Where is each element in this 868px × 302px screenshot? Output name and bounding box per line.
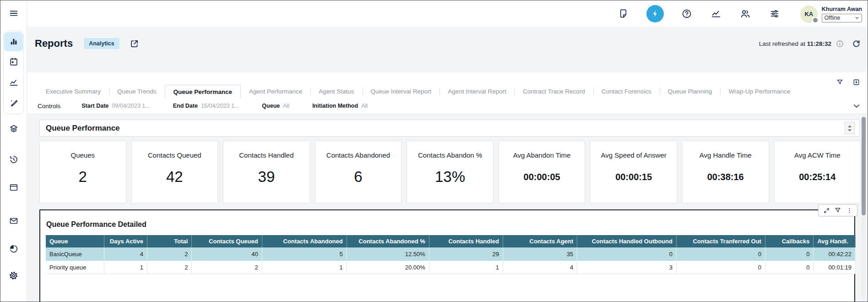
- detail-panel: Queue Performance Detailed QueueDays Act…: [39, 209, 855, 302]
- metric-card-contacts-handled: Contacts Handled39: [223, 141, 310, 203]
- filter-icon[interactable]: [836, 78, 844, 86]
- metric-card-avg-acw-time: Avg ACW Time00:25:14: [774, 141, 861, 203]
- brush-icon: [9, 98, 19, 108]
- chevron-down-icon[interactable]: [852, 101, 861, 110]
- column-header-contacts-queued[interactable]: Contacts Queued: [192, 235, 262, 247]
- metric-value: 00:38:16: [707, 172, 744, 182]
- column-header-callbacks[interactable]: Callbacks: [765, 235, 814, 247]
- tab-queue-performance[interactable]: Queue Performance: [165, 85, 241, 99]
- tab-agent-performance[interactable]: Agent Performance: [241, 85, 310, 98]
- help-icon[interactable]: [680, 7, 693, 20]
- column-header-contacts-agent[interactable]: Contacts Agent: [503, 235, 577, 247]
- tab-executive-summary[interactable]: Executive Summary: [38, 85, 109, 98]
- sidebar-item-trends[interactable]: [4, 72, 23, 93]
- column-header-contacts-abandoned[interactable]: Contacts Abandoned: [262, 235, 347, 247]
- preferences-icon[interactable]: [768, 7, 781, 20]
- table-row-basicqueue[interactable]: BasicQueue4240512.50%293500000:42:22: [46, 247, 856, 261]
- info-icon[interactable]: [835, 39, 844, 48]
- tab-agent-interval-report[interactable]: Agent Interval Report: [439, 85, 515, 98]
- section-header: Queue Performance: [39, 120, 860, 137]
- column-header-avg-handl[interactable]: Avg Handl.: [814, 235, 856, 247]
- expand-icon[interactable]: [821, 206, 831, 214]
- refresh-icon[interactable]: [852, 39, 861, 49]
- notes-icon[interactable]: [617, 7, 630, 20]
- column-header-total[interactable]: Total: [147, 235, 192, 247]
- control-end-date[interactable]: End Date15/04/2023 1...: [173, 103, 239, 109]
- table-header-row: QueueDays ActiveTotalContacts QueuedCont…: [46, 235, 856, 247]
- sidebar-item-mail[interactable]: [4, 212, 23, 230]
- control-initiation-method[interactable]: Initiation MethodAll: [312, 103, 368, 109]
- spin-up-icon[interactable]: [848, 125, 852, 127]
- metric-label: Avg ACW Time: [794, 151, 841, 159]
- table-cell: 2: [147, 261, 192, 274]
- control-value: 09/04/2023 1...: [112, 103, 150, 109]
- metric-label: Queues: [71, 151, 95, 159]
- tab-contact-forensics[interactable]: Contact Forensics: [593, 85, 660, 98]
- history-icon: [9, 154, 19, 165]
- table-cell: 4: [104, 247, 147, 261]
- column-header-contacts-abandoned[interactable]: Contacts Abandoned %: [347, 235, 429, 247]
- bar-chart-icon: [9, 37, 19, 47]
- table-cell: 5: [262, 247, 347, 261]
- column-header-contacts-handled-outbound[interactable]: Contacts Handled Outbound: [577, 235, 677, 247]
- metrics-icon[interactable]: [710, 7, 722, 20]
- tab-contract-trace-record[interactable]: Contract Trace Record: [515, 85, 593, 98]
- table-cell: 12.50%: [347, 247, 429, 261]
- tab-agent-status[interactable]: Agent Status: [310, 85, 362, 98]
- scrollbar-thumb[interactable]: [862, 117, 866, 215]
- metric-card-contacts-abandon: Contacts Abandon %13%: [407, 141, 494, 203]
- table-cell: 1: [262, 261, 347, 274]
- detail-title: Queue Performance Detailed: [46, 220, 854, 229]
- sidebar-item-layers[interactable]: [4, 120, 23, 138]
- flash-icon[interactable]: [646, 5, 664, 22]
- tab-queue-interval-report[interactable]: Queue Interval Report: [363, 85, 440, 98]
- table-row-priority-queue[interactable]: Priority queue122120.00%1430000:01:19: [46, 261, 856, 274]
- table-cell: 29: [429, 247, 503, 261]
- analytics-badge: Analytics: [84, 38, 119, 49]
- vertical-scrollbar[interactable]: [862, 117, 866, 302]
- filter-icon[interactable]: [833, 206, 843, 214]
- mail-icon: [9, 216, 19, 226]
- column-header-contacts-tranferred-out[interactable]: Contacts Tranferred Out: [677, 235, 765, 247]
- metric-value: 00:25:14: [799, 172, 835, 182]
- layers-icon: [9, 124, 19, 134]
- tab-queue-planning[interactable]: Queue Planning: [660, 85, 721, 98]
- control-start-date[interactable]: Start Date09/04/2023 1...: [81, 103, 150, 109]
- sidebar-item-history[interactable]: [4, 150, 23, 169]
- export-icon[interactable]: [852, 78, 860, 86]
- metric-label: Avg Speed of Answer: [601, 151, 667, 159]
- kebab-icon[interactable]: [844, 206, 854, 214]
- table-cell: 20.00%: [347, 261, 429, 274]
- sidebar-item-window[interactable]: [4, 178, 23, 197]
- queue-performance-table: QueueDays ActiveTotalContacts QueuedCont…: [46, 235, 856, 274]
- column-header-queue[interactable]: Queue: [46, 235, 104, 247]
- menu-icon[interactable]: [4, 4, 23, 22]
- tab-wrap-up-performance[interactable]: Wrap-Up Performance: [720, 85, 798, 98]
- metric-value: 39: [258, 168, 275, 186]
- line-chart-icon: [9, 77, 19, 88]
- table-cell: 4: [503, 261, 577, 274]
- metric-card-avg-speed-of-answer: Avg Speed of Answer00:00:15: [590, 141, 677, 203]
- avatar[interactable]: KA: [800, 5, 818, 23]
- spin-down-icon[interactable]: [848, 129, 852, 132]
- table-cell: 2: [192, 261, 262, 274]
- column-header-contacts-handled[interactable]: Contacts Handled: [429, 235, 503, 247]
- control-value: 15/04/2023 1...: [201, 103, 239, 109]
- tab-queue-trends[interactable]: Queue Trends: [109, 85, 165, 98]
- sidebar-item-settings[interactable]: [4, 266, 23, 285]
- sidebar-item-insights[interactable]: [4, 240, 23, 258]
- control-value: All: [283, 103, 289, 109]
- metric-label: Contacts Queued: [148, 151, 201, 159]
- column-header-days-active[interactable]: Days Active: [104, 235, 147, 247]
- control-value: All: [361, 103, 368, 109]
- sidebar-item-reports[interactable]: [4, 32, 23, 51]
- control-queue[interactable]: QueueAll: [262, 103, 289, 109]
- sidebar-item-schedule[interactable]: [4, 51, 23, 72]
- sidebar-item-design[interactable]: [4, 93, 23, 113]
- external-link-icon[interactable]: [130, 39, 139, 49]
- metric-card-contacts-queued: Contacts Queued42: [131, 141, 218, 203]
- status-select[interactable]: Offline: [822, 14, 862, 22]
- users-icon[interactable]: [739, 7, 752, 20]
- metric-card-contacts-abandoned: Contacts Abandoned6: [315, 141, 402, 203]
- last-refreshed-text: Last refreshed at 11:28:32: [759, 40, 831, 47]
